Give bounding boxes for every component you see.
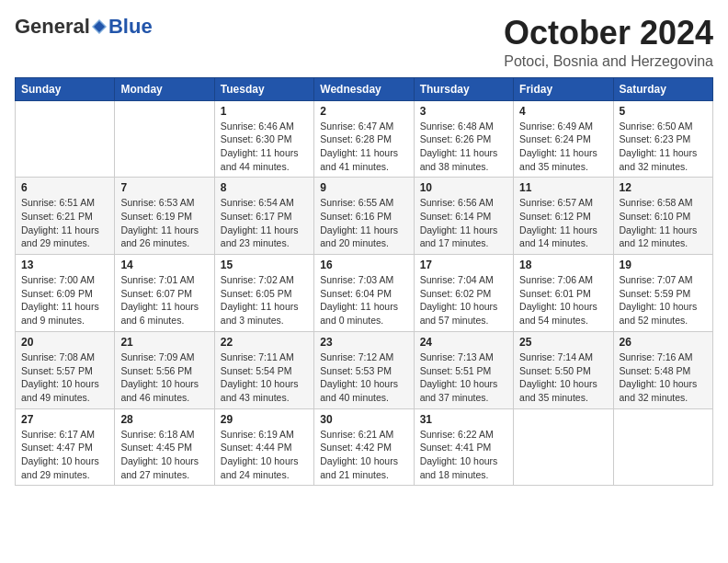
calendar-cell: 30Sunrise: 6:21 AMSunset: 4:42 PMDayligh… [314,408,414,486]
calendar-cell: 4Sunrise: 6:49 AMSunset: 6:24 PMDaylight… [514,100,613,178]
day-number: 9 [320,181,407,194]
day-info: Sunrise: 6:49 AMSunset: 6:24 PMDaylight:… [519,120,607,174]
day-number: 31 [420,413,507,426]
calendar-cell [16,100,115,178]
day-info: Sunrise: 7:04 AMSunset: 6:02 PMDaylight:… [420,273,507,327]
calendar-cell: 15Sunrise: 7:02 AMSunset: 6:05 PMDayligh… [214,255,313,332]
calendar-cell: 13Sunrise: 7:00 AMSunset: 6:09 PMDayligh… [16,255,115,332]
day-number: 7 [120,181,208,194]
calendar-week-4: 20Sunrise: 7:08 AMSunset: 5:57 PMDayligh… [16,331,713,408]
calendar-cell: 27Sunrise: 6:17 AMSunset: 4:47 PMDayligh… [16,408,115,486]
calendar-cell [613,408,712,486]
day-info: Sunrise: 7:02 AMSunset: 6:05 PMDaylight:… [221,273,308,327]
day-info: Sunrise: 6:57 AMSunset: 6:12 PMDaylight:… [519,196,607,250]
day-info: Sunrise: 7:09 AMSunset: 5:56 PMDaylight:… [120,350,208,405]
page-header: General Blue October 2024 Potoci, Bosnia… [15,15,713,70]
day-info: Sunrise: 6:51 AMSunset: 6:21 PMDaylight:… [21,196,108,250]
day-number: 15 [221,259,308,271]
location-subtitle: Potoci, Bosnia and Herzegovina [504,53,713,70]
logo-blue-text: Blue [108,15,153,39]
calendar-week-1: 1Sunrise: 6:46 AMSunset: 6:30 PMDaylight… [16,100,713,178]
calendar-cell: 9Sunrise: 6:55 AMSunset: 6:16 PMDaylight… [314,178,414,255]
calendar-cell: 18Sunrise: 7:06 AMSunset: 6:01 PMDayligh… [514,255,613,332]
day-info: Sunrise: 7:13 AMSunset: 5:51 PMDaylight:… [420,350,507,405]
day-number: 16 [320,259,407,271]
day-number: 2 [320,105,407,118]
day-number: 17 [420,259,507,271]
day-number: 5 [620,105,707,118]
calendar-cell [514,408,613,486]
day-info: Sunrise: 6:19 AMSunset: 4:44 PMDaylight:… [221,428,308,482]
calendar-cell: 25Sunrise: 7:14 AMSunset: 5:50 PMDayligh… [514,331,613,408]
day-number: 25 [519,336,607,349]
calendar-week-5: 27Sunrise: 6:17 AMSunset: 4:47 PMDayligh… [16,408,713,486]
calendar-cell: 28Sunrise: 6:18 AMSunset: 4:45 PMDayligh… [115,408,214,486]
day-number: 19 [620,259,707,271]
day-number: 12 [620,181,707,194]
day-info: Sunrise: 6:56 AMSunset: 6:14 PMDaylight:… [420,196,507,250]
day-number: 24 [420,336,507,349]
calendar-cell: 19Sunrise: 7:07 AMSunset: 5:59 PMDayligh… [613,255,712,332]
day-info: Sunrise: 6:22 AMSunset: 4:41 PMDaylight:… [420,428,507,482]
calendar-cell: 8Sunrise: 6:54 AMSunset: 6:17 PMDaylight… [214,178,313,255]
day-info: Sunrise: 6:50 AMSunset: 6:23 PMDaylight:… [620,120,707,174]
day-number: 4 [519,105,607,118]
day-number: 30 [320,413,407,426]
day-number: 13 [21,259,108,271]
calendar-cell: 3Sunrise: 6:48 AMSunset: 6:26 PMDaylight… [414,100,513,178]
day-info: Sunrise: 7:11 AMSunset: 5:54 PMDaylight:… [221,350,308,405]
calendar-cell: 31Sunrise: 6:22 AMSunset: 4:41 PMDayligh… [414,408,513,486]
day-header-saturday: Saturday [613,77,712,100]
day-info: Sunrise: 7:08 AMSunset: 5:57 PMDaylight:… [21,350,108,405]
day-info: Sunrise: 7:00 AMSunset: 6:09 PMDaylight:… [21,273,108,327]
day-info: Sunrise: 7:06 AMSunset: 6:01 PMDaylight:… [519,273,607,327]
day-info: Sunrise: 6:21 AMSunset: 4:42 PMDaylight:… [320,428,407,482]
title-block: October 2024 Potoci, Bosnia and Herzegov… [504,15,713,70]
calendar-week-3: 13Sunrise: 7:00 AMSunset: 6:09 PMDayligh… [16,255,713,332]
calendar-cell: 24Sunrise: 7:13 AMSunset: 5:51 PMDayligh… [414,331,513,408]
day-info: Sunrise: 6:18 AMSunset: 4:45 PMDaylight:… [120,428,208,482]
day-info: Sunrise: 6:17 AMSunset: 4:47 PMDaylight:… [21,428,108,482]
logo: General Blue [15,15,153,39]
calendar-table: SundayMondayTuesdayWednesdayThursdayFrid… [15,77,713,487]
day-number: 11 [519,181,607,194]
day-number: 1 [221,105,308,118]
calendar-cell: 23Sunrise: 7:12 AMSunset: 5:53 PMDayligh… [314,331,414,408]
day-info: Sunrise: 7:07 AMSunset: 5:59 PMDaylight:… [620,273,707,327]
calendar-header: SundayMondayTuesdayWednesdayThursdayFrid… [16,77,713,100]
calendar-cell: 1Sunrise: 6:46 AMSunset: 6:30 PMDaylight… [214,100,313,178]
calendar-cell: 29Sunrise: 6:19 AMSunset: 4:44 PMDayligh… [214,408,313,486]
logo-icon [91,17,108,33]
calendar-cell [115,100,214,178]
day-number: 3 [420,105,507,118]
day-info: Sunrise: 6:46 AMSunset: 6:30 PMDaylight:… [221,120,308,174]
logo-general-text: General [15,15,90,39]
calendar-cell: 12Sunrise: 6:58 AMSunset: 6:10 PMDayligh… [613,178,712,255]
day-info: Sunrise: 6:53 AMSunset: 6:19 PMDaylight:… [120,196,208,250]
day-info: Sunrise: 6:48 AMSunset: 6:26 PMDaylight:… [420,120,507,174]
day-number: 28 [120,413,208,426]
day-number: 23 [320,336,407,349]
day-header-tuesday: Tuesday [214,77,313,100]
day-number: 8 [221,181,308,194]
calendar-cell: 20Sunrise: 7:08 AMSunset: 5:57 PMDayligh… [16,331,115,408]
day-info: Sunrise: 7:16 AMSunset: 5:48 PMDaylight:… [620,350,707,405]
calendar-cell: 5Sunrise: 6:50 AMSunset: 6:23 PMDaylight… [613,100,712,178]
calendar-cell: 14Sunrise: 7:01 AMSunset: 6:07 PMDayligh… [115,255,214,332]
calendar-cell: 10Sunrise: 6:56 AMSunset: 6:14 PMDayligh… [414,178,513,255]
day-info: Sunrise: 6:47 AMSunset: 6:28 PMDaylight:… [320,120,407,174]
day-number: 10 [420,181,507,194]
day-info: Sunrise: 7:14 AMSunset: 5:50 PMDaylight:… [519,350,607,405]
day-number: 14 [120,259,208,271]
day-info: Sunrise: 6:55 AMSunset: 6:16 PMDaylight:… [320,196,407,250]
calendar-cell: 16Sunrise: 7:03 AMSunset: 6:04 PMDayligh… [314,255,414,332]
day-number: 20 [21,336,108,349]
day-header-friday: Friday [514,77,613,100]
day-info: Sunrise: 7:03 AMSunset: 6:04 PMDaylight:… [320,273,407,327]
day-number: 18 [519,259,607,271]
day-info: Sunrise: 6:54 AMSunset: 6:17 PMDaylight:… [221,196,308,250]
day-number: 21 [120,336,208,349]
calendar-cell: 26Sunrise: 7:16 AMSunset: 5:48 PMDayligh… [613,331,712,408]
svg-marker-1 [94,21,105,32]
calendar-cell: 11Sunrise: 6:57 AMSunset: 6:12 PMDayligh… [514,178,613,255]
